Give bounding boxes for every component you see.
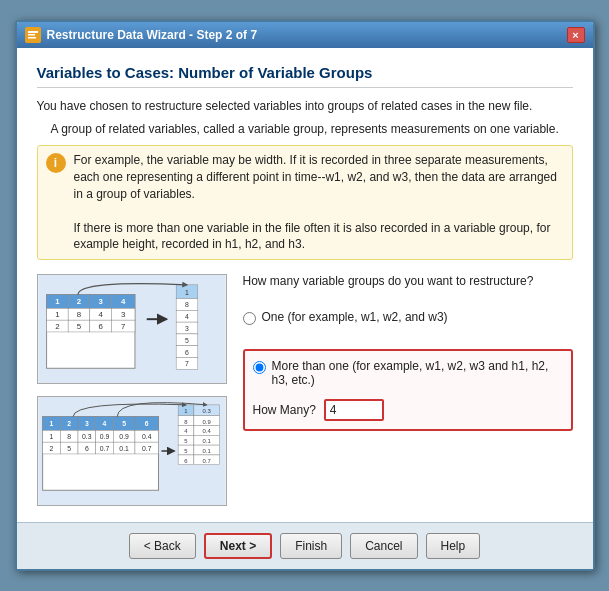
main-section: 1 2 3 4 1 8 4 3 [37, 274, 573, 506]
window-title: Restructure Data Wizard - Step 2 of 7 [47, 28, 258, 42]
svg-text:5: 5 [76, 322, 81, 331]
svg-text:0.7: 0.7 [141, 445, 151, 452]
svg-text:2: 2 [49, 445, 53, 452]
svg-text:4: 4 [98, 310, 103, 319]
question-label: How many variable groups do you want to … [243, 274, 573, 288]
svg-rect-1 [28, 31, 38, 33]
svg-text:6: 6 [144, 421, 148, 428]
svg-text:0.9: 0.9 [119, 433, 129, 440]
svg-text:1: 1 [184, 408, 187, 414]
svg-text:0.1: 0.1 [202, 438, 210, 444]
svg-text:7: 7 [120, 322, 124, 331]
options-column: How many variable groups do you want to … [243, 274, 573, 506]
svg-text:3: 3 [84, 421, 88, 428]
svg-text:0.3: 0.3 [202, 408, 211, 414]
svg-text:0.7: 0.7 [202, 458, 210, 464]
svg-text:1: 1 [49, 421, 53, 428]
svg-text:5: 5 [67, 445, 71, 452]
how-many-row: How Many? [253, 399, 563, 421]
option-more-block: More than one (for example, w1, w2, w3 a… [243, 349, 573, 431]
radio-more[interactable] [253, 361, 266, 374]
next-button[interactable]: Next > [204, 533, 272, 559]
page-title: Variables to Cases: Number of Variable G… [37, 64, 573, 88]
svg-text:4: 4 [185, 313, 189, 320]
diagrams-column: 1 2 3 4 1 8 4 3 [37, 274, 227, 506]
back-button[interactable]: < Back [129, 533, 196, 559]
svg-text:2: 2 [67, 421, 71, 428]
info-box: i For example, the variable may be width… [37, 145, 573, 260]
description2: A group of related variables, called a v… [51, 121, 573, 138]
close-button[interactable]: × [567, 27, 585, 43]
content-area: Variables to Cases: Number of Variable G… [17, 48, 593, 522]
radio-more-label: More than one (for example, w1, w2, w3 a… [272, 359, 563, 387]
svg-rect-3 [28, 37, 36, 39]
radio-one[interactable] [243, 312, 256, 325]
svg-text:1: 1 [55, 298, 60, 307]
svg-rect-2 [28, 34, 35, 36]
svg-text:3: 3 [98, 298, 103, 307]
svg-text:0.4: 0.4 [141, 433, 151, 440]
svg-text:4: 4 [120, 298, 125, 307]
svg-text:6: 6 [98, 322, 103, 331]
svg-text:0.1: 0.1 [202, 448, 210, 454]
svg-text:6: 6 [84, 445, 88, 452]
svg-text:3: 3 [120, 310, 125, 319]
footer: < Back Next > Finish Cancel Help [17, 522, 593, 569]
svg-text:7: 7 [185, 360, 189, 367]
description1: You have chosen to restructure selected … [37, 98, 573, 115]
info-text: For example, the variable may be width. … [74, 152, 564, 253]
diagram-multi-group: 1 2 3 4 5 6 1 8 [37, 396, 227, 506]
svg-text:8: 8 [185, 302, 189, 309]
svg-text:2: 2 [55, 322, 59, 331]
svg-text:6: 6 [185, 349, 189, 356]
option-more[interactable]: More than one (for example, w1, w2, w3 a… [253, 359, 563, 393]
svg-text:8: 8 [76, 310, 81, 319]
svg-text:1: 1 [49, 433, 53, 440]
help-button[interactable]: Help [426, 533, 481, 559]
radio-one-label: One (for example, w1, w2, and w3) [262, 310, 448, 324]
title-icon [25, 27, 41, 43]
svg-text:5: 5 [122, 421, 126, 428]
svg-text:0.9: 0.9 [202, 419, 210, 425]
title-bar: Restructure Data Wizard - Step 2 of 7 × [17, 22, 593, 48]
finish-button[interactable]: Finish [280, 533, 342, 559]
svg-text:8: 8 [67, 433, 71, 440]
svg-text:0.9: 0.9 [99, 433, 109, 440]
wizard-window: Restructure Data Wizard - Step 2 of 7 × … [15, 20, 595, 571]
svg-text:4: 4 [102, 421, 106, 428]
svg-text:0.1: 0.1 [119, 445, 129, 452]
option-one[interactable]: One (for example, w1, w2, and w3) [243, 310, 573, 325]
svg-text:5: 5 [185, 337, 189, 344]
svg-text:1: 1 [185, 289, 189, 296]
svg-text:2: 2 [76, 298, 81, 307]
svg-text:0.3: 0.3 [82, 433, 92, 440]
how-many-input[interactable] [324, 399, 384, 421]
svg-text:0.7: 0.7 [99, 445, 109, 452]
svg-text:0.4: 0.4 [202, 429, 211, 435]
diagram-one-group: 1 2 3 4 1 8 4 3 [37, 274, 227, 384]
svg-text:1: 1 [55, 310, 59, 319]
info-icon: i [46, 153, 66, 173]
svg-text:3: 3 [185, 325, 189, 332]
cancel-button[interactable]: Cancel [350, 533, 417, 559]
how-many-label: How Many? [253, 403, 316, 417]
